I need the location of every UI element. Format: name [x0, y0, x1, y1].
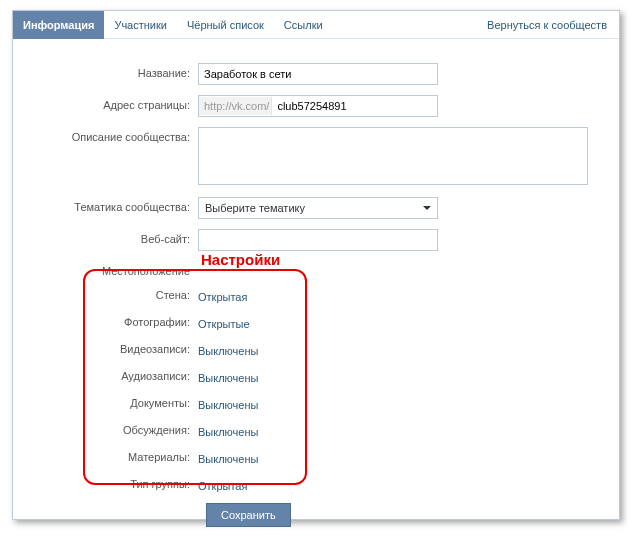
docs-value[interactable]: Выключены	[198, 395, 258, 411]
name-input[interactable]	[198, 63, 438, 85]
group-type-label: Тип группы:	[33, 478, 198, 490]
photos-label: Фотографии:	[33, 316, 198, 328]
website-input[interactable]	[198, 229, 438, 251]
tab-blacklist[interactable]: Чёрный список	[177, 11, 274, 39]
description-input[interactable]	[198, 127, 588, 185]
materials-label: Материалы:	[33, 451, 198, 463]
group-type-value[interactable]: Открытая	[198, 476, 247, 492]
discussions-value[interactable]: Выключены	[198, 422, 258, 438]
address-field: http://vk.com/	[198, 95, 438, 117]
tab-members[interactable]: Участники	[104, 11, 177, 39]
address-prefix: http://vk.com/	[199, 97, 272, 115]
wall-value[interactable]: Открытая	[198, 287, 247, 303]
audios-value[interactable]: Выключены	[198, 368, 258, 384]
audios-label: Аудиозаписи:	[33, 370, 198, 382]
tab-information[interactable]: Информация	[13, 11, 104, 39]
form-area: Название: Адрес страницы: http://vk.com/…	[13, 39, 619, 537]
topic-label: Тематика сообщества:	[33, 197, 198, 213]
docs-label: Документы:	[33, 397, 198, 409]
website-label: Веб-сайт:	[33, 229, 198, 245]
settings-panel: Информация Участники Чёрный список Ссылк…	[12, 10, 620, 520]
location-label: Местоположение	[33, 261, 198, 277]
address-input[interactable]	[272, 97, 437, 115]
save-button[interactable]: Сохранить	[206, 503, 291, 527]
tab-links[interactable]: Ссылки	[274, 11, 333, 39]
wall-label: Стена:	[33, 289, 198, 301]
tab-bar: Информация Участники Чёрный список Ссылк…	[13, 11, 619, 39]
back-to-community-link[interactable]: Вернуться к сообществ	[487, 11, 619, 39]
videos-value[interactable]: Выключены	[198, 341, 258, 357]
chevron-down-icon	[423, 206, 431, 210]
photos-value[interactable]: Открытые	[198, 314, 250, 330]
description-label: Описание сообщества:	[33, 127, 198, 143]
materials-value[interactable]: Выключены	[198, 449, 258, 465]
discussions-label: Обсуждения:	[33, 424, 198, 436]
address-label: Адрес страницы:	[33, 95, 198, 111]
topic-select-value: Выберите тематику	[205, 202, 305, 214]
videos-label: Видеозаписи:	[33, 343, 198, 355]
name-label: Название:	[33, 63, 198, 79]
topic-select[interactable]: Выберите тематику	[198, 197, 438, 219]
